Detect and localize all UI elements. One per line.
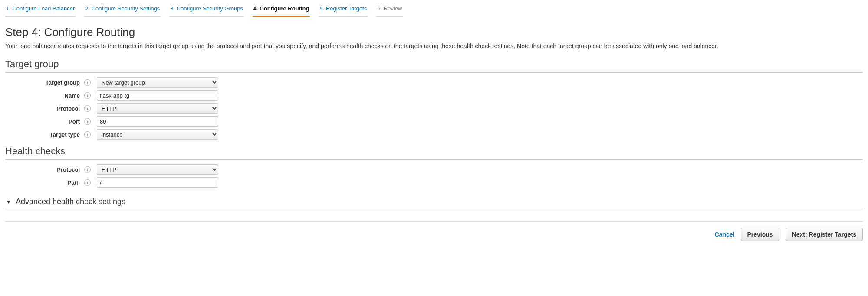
footer-actions: Cancel Previous Next: Register Targets bbox=[5, 228, 863, 241]
row-target-group: Target group i New target group bbox=[5, 77, 863, 88]
label-hc-protocol: Protocol bbox=[5, 166, 83, 173]
select-target-type[interactable]: instance bbox=[97, 129, 218, 140]
row-port: Port i bbox=[5, 116, 863, 127]
step-configure-security-settings[interactable]: 2. Configure Security Settings bbox=[84, 3, 161, 17]
select-protocol[interactable]: HTTP bbox=[97, 103, 218, 114]
info-icon[interactable]: i bbox=[84, 118, 91, 125]
row-hc-path: Path i bbox=[5, 177, 863, 188]
select-target-group[interactable]: New target group bbox=[97, 77, 218, 88]
info-icon[interactable]: i bbox=[84, 166, 91, 173]
label-port: Port bbox=[5, 118, 83, 125]
info-icon[interactable]: i bbox=[84, 79, 91, 86]
advanced-label: Advanced health check settings bbox=[16, 197, 125, 206]
row-target-type: Target type i instance bbox=[5, 129, 863, 140]
divider bbox=[5, 72, 863, 73]
step-configure-load-balancer[interactable]: 1. Configure Load Balancer bbox=[5, 3, 76, 17]
label-hc-path: Path bbox=[5, 179, 83, 186]
label-target-type: Target type bbox=[5, 131, 83, 138]
previous-button[interactable]: Previous bbox=[741, 228, 779, 241]
label-protocol: Protocol bbox=[5, 105, 83, 112]
input-port[interactable] bbox=[97, 116, 218, 127]
next-button[interactable]: Next: Register Targets bbox=[786, 228, 863, 241]
chevron-down-icon: ▼ bbox=[6, 199, 11, 205]
wizard-steps: 1. Configure Load Balancer 2. Configure … bbox=[5, 0, 863, 17]
section-title-target-group: Target group bbox=[5, 59, 863, 70]
label-name: Name bbox=[5, 92, 83, 99]
divider bbox=[5, 221, 863, 222]
step-review: 6. Review bbox=[376, 3, 403, 17]
input-name[interactable] bbox=[97, 90, 218, 101]
input-hc-path[interactable] bbox=[97, 177, 218, 188]
page-description: Your load balancer routes requests to th… bbox=[5, 42, 863, 51]
section-title-health-checks: Health checks bbox=[5, 146, 863, 157]
step-register-targets[interactable]: 5. Register Targets bbox=[319, 3, 368, 17]
row-protocol: Protocol i HTTP bbox=[5, 103, 863, 114]
info-icon[interactable]: i bbox=[84, 92, 91, 99]
info-icon[interactable]: i bbox=[84, 105, 91, 112]
page-title: Step 4: Configure Routing bbox=[5, 26, 863, 39]
advanced-health-check-toggle[interactable]: ▼ Advanced health check settings bbox=[6, 197, 863, 206]
select-hc-protocol[interactable]: HTTP bbox=[97, 164, 218, 175]
divider bbox=[5, 159, 863, 160]
step-configure-security-groups[interactable]: 3. Configure Security Groups bbox=[169, 3, 244, 17]
row-hc-protocol: Protocol i HTTP bbox=[5, 164, 863, 175]
info-icon[interactable]: i bbox=[84, 131, 91, 138]
step-configure-routing[interactable]: 4. Configure Routing bbox=[253, 3, 310, 17]
info-icon[interactable]: i bbox=[84, 179, 91, 186]
row-name: Name i bbox=[5, 90, 863, 101]
divider bbox=[5, 208, 863, 208]
cancel-button[interactable]: Cancel bbox=[715, 231, 735, 238]
label-target-group: Target group bbox=[5, 79, 83, 86]
